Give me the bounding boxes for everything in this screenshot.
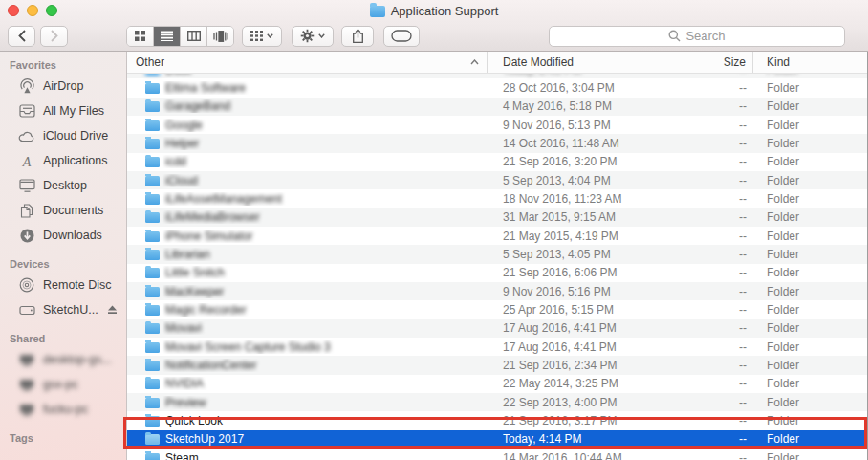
table-row-ilifemediabrowser[interactable]: iLifeMediaBrowser31 Mar 2015, 9:15 AM--F… <box>127 208 868 227</box>
cell-date-modified: 21 Sep 2016, 6:06 PM <box>488 266 662 279</box>
column-header-label: Other <box>136 55 164 69</box>
table-row-notificationcenter[interactable]: NotificationCenter21 Sep 2016, 2:34 PM--… <box>127 356 868 374</box>
cell-kind: Folder <box>753 119 868 132</box>
tag-icon <box>391 30 412 42</box>
finder-window: Application Support <box>0 0 868 460</box>
cell-date-modified: 5 Sep 2013, 4:05 PM <box>488 248 662 261</box>
sidebar-item-icloud-drive[interactable]: iCloud Drive <box>0 123 126 148</box>
table-row-librarian[interactable]: Librarian5 Sep 2013, 4:05 PM--Folder <box>127 245 868 263</box>
cell-kind: Folder <box>753 99 868 113</box>
cell-date-modified: 21 Sep 2016, 3:17 PM <box>488 414 662 427</box>
cell-kind: Folder <box>753 137 868 150</box>
table-row-little-snitch[interactable]: Little Snitch21 Sep 2016, 6:06 PM--Folde… <box>127 264 868 282</box>
cell-date-modified: 21 Sep 2016, 3:20 PM <box>488 155 662 168</box>
column-header-size[interactable]: Size <box>662 52 753 73</box>
table-row-movavi-screen-capture-studio-3[interactable]: Movavi Screen Capture Studio 317 Aug 201… <box>127 338 868 356</box>
table-row-iphone-simulator[interactable]: iPhone Simulator21 May 2015, 4:19 PM--Fo… <box>127 227 868 245</box>
cell-size: -- <box>662 248 753 261</box>
forward-button[interactable] <box>40 26 68 47</box>
sidebar-item-desktop-gs[interactable]: desktop-gs... <box>0 347 126 372</box>
table-row-preview[interactable]: Preview22 Sep 2013, 4:00 PM--Folder <box>127 393 868 411</box>
folder-icon <box>145 250 160 260</box>
coverflow-view-button[interactable] <box>207 27 233 46</box>
sidebar-item-sketchu[interactable]: SketchU... <box>0 297 126 322</box>
column-header-kind[interactable]: Kind <box>753 52 868 73</box>
search-input[interactable]: Search <box>549 26 845 47</box>
minimize-button[interactable] <box>27 5 38 16</box>
file-name: Movavi <box>165 321 202 335</box>
folder-icon <box>145 139 160 149</box>
table-row-eltima-software[interactable]: Eltima Software28 Oct 2016, 3:04 PM--Fol… <box>127 78 868 97</box>
folder-icon <box>145 74 160 76</box>
action-button[interactable] <box>292 26 334 47</box>
traffic-lights <box>8 5 57 16</box>
table-row-google[interactable]: Google9 Nov 2016, 5:13 PM--Folder <box>127 116 868 134</box>
table-row-mackeeper[interactable]: MacKeeper9 Nov 2016, 5:16 PM--Folder <box>127 282 868 300</box>
sidebar-item-gsx-pc[interactable]: gsx-pc <box>0 372 126 397</box>
cell-size: -- <box>662 432 753 446</box>
icon-view-button[interactable] <box>127 27 154 46</box>
sidebar-item-airdrop[interactable]: AirDrop <box>0 74 126 99</box>
table-row-quick-look[interactable]: Quick Look21 Sep 2016, 3:17 PM--Folder <box>127 411 868 429</box>
cell-name: Steam <box>127 451 488 460</box>
column-header-name[interactable]: Other <box>127 52 488 73</box>
table-row-movavi[interactable]: Movavi17 Aug 2016, 4:41 PM--Folder <box>127 319 868 338</box>
table-row-nvidia[interactable]: NVIDIA22 May 2014, 3:25 PM--Folder <box>127 375 868 393</box>
file-name: Google <box>165 119 203 132</box>
sidebar-item-label: SketchU... <box>43 303 98 317</box>
close-button[interactable] <box>8 5 19 16</box>
sidebar-item-label: All My Files <box>43 104 104 118</box>
sidebar-item-label: Desktop <box>43 179 87 192</box>
gear-icon <box>300 29 315 43</box>
table-row-magic-recorder[interactable]: Magic Recorder25 Apr 2016, 5:15 PM--Fold… <box>127 300 868 318</box>
arrange-button[interactable] <box>242 26 282 47</box>
table-row-icloud[interactable]: iCloud5 Sep 2013, 4:04 PM--Folder <box>127 171 868 189</box>
table-row-steam[interactable]: Steam14 Mar 2016, 10:44 AM--Folder <box>127 449 868 460</box>
tag-button[interactable] <box>383 26 420 47</box>
column-header-date-modified[interactable]: Date Modified <box>488 52 662 73</box>
share-button[interactable] <box>341 26 374 47</box>
sidebar-item-fucku-pc[interactable]: fucku-pc <box>0 397 126 422</box>
cell-size: -- <box>662 155 753 168</box>
cell-kind: Folder <box>753 266 868 279</box>
cell-name: iCloud <box>127 174 488 187</box>
folder-icon <box>145 379 160 389</box>
chevron-down-icon <box>267 33 273 38</box>
column-view-button[interactable] <box>181 27 207 46</box>
back-button[interactable] <box>8 26 35 47</box>
sidebar-item-desktop[interactable]: Desktop <box>0 173 126 198</box>
cell-kind: Folder <box>753 377 868 390</box>
table-row-icdd[interactable]: icdd21 Sep 2016, 3:20 PM--Folder <box>127 153 868 171</box>
cell-date-modified: 17 Aug 2016, 4:41 PM <box>488 321 662 335</box>
cell-size: -- <box>662 414 753 427</box>
cell-kind: Folder <box>753 414 868 427</box>
table-row-garageband[interactable]: GarageBand4 May 2016, 5:18 PM--Folder <box>127 98 868 116</box>
cell-kind: Folder <box>753 285 868 298</box>
cell-kind: Folder <box>753 451 868 460</box>
sidebar-item-remote-disc[interactable]: Remote Disc <box>0 273 126 297</box>
file-name: Movavi Screen Capture Studio 3 <box>165 340 331 354</box>
cell-size: -- <box>662 210 753 224</box>
cell-size: -- <box>662 359 753 372</box>
cell-date-modified: 22 Sep 2013, 4:00 PM <box>488 396 662 409</box>
sidebar-item-applications[interactable]: AApplications <box>0 148 126 173</box>
airdrop-icon <box>18 78 35 94</box>
table-row-sketchup-2017[interactable]: SketchUp 2017Today, 4:14 PM--Folder <box>127 430 868 449</box>
list-view-button[interactable] <box>154 27 181 46</box>
cell-date-modified: 9 Nov 2016, 5:16 PM <box>488 285 662 298</box>
cell-date-modified: Today, 4:14 PM <box>488 432 662 446</box>
zoom-button[interactable] <box>46 5 57 16</box>
folder-icon <box>145 212 160 223</box>
sidebar-item-label: Documents <box>43 204 103 217</box>
sidebar-item-downloads[interactable]: Downloads <box>0 223 126 248</box>
eject-icon[interactable] <box>107 305 118 315</box>
sidebar-item-label: Remote Disc <box>43 278 112 292</box>
table-row-ilifeassetmanagement[interactable]: iLifeAssetManagement18 Nov 2016, 11:23 A… <box>127 189 868 208</box>
table-row-helper[interactable]: Helper14 Oct 2016, 11:48 AM--Folder <box>127 134 868 152</box>
cell-name: NVIDIA <box>127 377 488 390</box>
cell-date-modified: 28 Oct 2016, 3:04 PM <box>488 81 662 95</box>
sidebar-item-label: AirDrop <box>43 79 83 93</box>
sidebar-item-documents[interactable]: Documents <box>0 198 126 223</box>
column-header-label: Kind <box>767 55 790 69</box>
sidebar-item-all-my-files[interactable]: All My Files <box>0 99 126 123</box>
